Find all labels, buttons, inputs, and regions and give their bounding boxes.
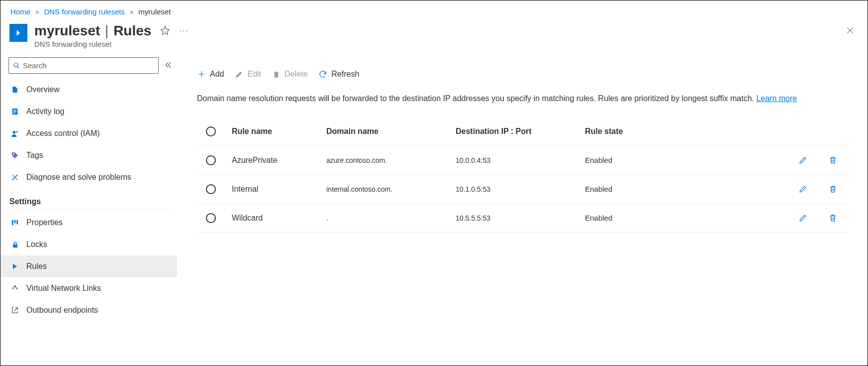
breadcrumb: Home > DNS forwarding rulesets > myrules… [0,0,868,20]
cell-rule-name[interactable]: Internal [232,185,326,194]
chevron-right-icon: > [130,9,133,16]
lock-icon [10,241,19,248]
edit-row-icon[interactable] [788,184,818,194]
sidebar-item-label: Outbound endpoints [26,306,98,315]
refresh-button[interactable]: Refresh [318,70,359,79]
sidebar-item-tags[interactable]: Tags [8,144,172,166]
delete-button[interactable]: Delete [272,70,307,79]
sidebar-search[interactable] [8,57,159,74]
sidebar-item-label: Rules [26,262,47,271]
activity-log-icon [10,108,19,116]
sidebar-item-label: Virtual Network Links [26,284,101,293]
cell-domain: internal.contoso.com. [326,185,456,193]
svg-rect-3 [13,111,17,112]
delete-row-icon[interactable] [818,184,848,194]
table-row: AzurePrivate azure.contoso.com. 10.0.0.4… [197,146,848,175]
cell-domain: . [326,214,456,222]
sidebar-item-label: Activity log [26,107,64,116]
sidebar-item-label: Locks [26,240,47,249]
delete-label: Delete [285,70,307,79]
svg-rect-8 [12,220,13,226]
col-destination[interactable]: Destination IP : Port [456,127,585,136]
edit-row-icon[interactable] [788,155,818,165]
svg-rect-4 [13,113,15,113]
delete-row-icon[interactable] [818,155,848,165]
edit-label: Edit [247,70,261,79]
svg-rect-11 [13,244,17,247]
cell-rule-name[interactable]: Wildcard [232,214,326,223]
rules-table: Rule name Domain name Destination IP : P… [197,117,848,233]
vnet-links-icon [10,284,19,292]
properties-icon [10,219,19,227]
svg-rect-9 [14,220,16,224]
chevron-right-icon: > [35,9,39,16]
sidebar-item-locks[interactable]: Locks [8,234,172,255]
delete-row-icon[interactable] [818,213,848,223]
sidebar-item-diagnose[interactable]: Diagnose and solve problems [8,166,172,188]
sidebar-section-settings: Settings [8,188,172,210]
sidebar-item-iam[interactable]: Access control (IAM) [8,122,172,144]
cell-destination: 10.0.0.4:53 [456,156,585,164]
cell-state: Enabled [585,214,709,222]
svg-point-0 [14,63,18,67]
cell-state: Enabled [585,156,709,164]
sidebar-item-vnet-links[interactable]: Virtual Network Links [8,277,172,299]
edit-row-icon[interactable] [788,213,818,223]
sidebar-item-label: Access control (IAM) [26,129,100,138]
col-rule-state[interactable]: Rule state [585,127,709,136]
cell-domain: azure.contoso.com. [326,156,456,164]
sidebar-item-label: Properties [26,218,63,227]
col-rule-name[interactable]: Rule name [232,127,326,136]
tags-icon [10,151,19,159]
section-name: Rules [113,23,151,38]
diagnose-icon [10,173,19,181]
sidebar-nav: Overview Activity log Access control (IA… [0,57,177,321]
svg-point-5 [12,130,15,133]
sidebar-item-overview[interactable]: Overview [8,79,172,101]
edit-button[interactable]: Edit [235,70,261,79]
row-select-checkbox[interactable] [206,213,216,223]
sidebar-item-label: Overview [26,85,60,94]
main-content: Add Edit Delete Refresh Domain name reso… [177,57,868,321]
description-text: Domain name resolution requests will be … [197,93,848,104]
svg-point-6 [15,130,17,132]
sidebar-item-label: Diagnose and solve problems [26,173,131,182]
search-icon [13,62,20,69]
add-label: Add [210,70,224,79]
resource-name: myruleset [34,23,100,38]
search-input[interactable] [23,61,154,70]
add-button[interactable]: Add [197,70,224,79]
col-domain-name[interactable]: Domain name [326,127,456,136]
svg-rect-2 [13,110,17,111]
outbound-icon [10,306,19,314]
cell-rule-name[interactable]: AzurePrivate [232,156,326,165]
collapse-sidebar-icon[interactable] [165,61,172,70]
favorite-star-icon[interactable] [160,25,170,37]
sidebar-item-activity[interactable]: Activity log [8,101,172,122]
breadcrumb-current: myruleset [138,7,171,16]
resource-icon [9,24,27,42]
row-select-checkbox[interactable] [206,155,216,165]
sidebar-item-outbound[interactable]: Outbound endpoints [8,299,172,321]
sidebar-item-properties[interactable]: Properties [8,212,172,234]
breadcrumb-home[interactable]: Home [10,7,30,16]
row-select-checkbox[interactable] [206,184,216,194]
select-all-checkbox[interactable] [206,126,216,136]
sidebar-item-rules[interactable]: Rules [0,255,177,277]
table-header: Rule name Domain name Destination IP : P… [197,117,848,146]
cell-destination: 10.5.5.5:53 [456,214,585,222]
svg-rect-10 [16,220,18,225]
learn-more-link[interactable]: Learn more [756,94,797,103]
close-button[interactable] [843,23,858,39]
overview-icon [10,86,19,94]
more-menu-icon[interactable]: ··· [179,26,189,35]
breadcrumb-rulesets[interactable]: DNS forwarding rulesets [44,7,125,16]
refresh-label: Refresh [331,70,359,79]
description-body: Domain name resolution requests will be … [197,94,756,103]
sidebar-item-label: Tags [26,151,43,160]
cell-destination: 10.1.0.5:53 [456,185,585,193]
table-row: Wildcard . 10.5.5.5:53 Enabled [197,204,848,233]
page-title: myruleset | Rules [34,23,151,39]
toolbar: Add Edit Delete Refresh [197,62,848,86]
resource-type: DNS forwarding ruleset [34,40,189,48]
